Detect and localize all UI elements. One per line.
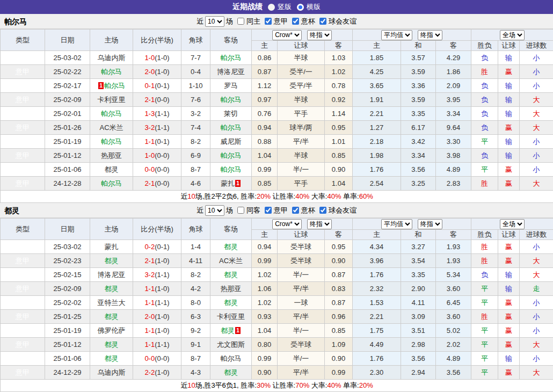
score-cell: 0-1(0-1) [133,79,181,93]
euro-home-odds-cell: 2.32 [353,282,401,296]
col-date: 日期 [45,219,90,240]
match-count-select[interactable]: 10 [205,205,224,216]
fulltime-select[interactable]: 全场 [500,30,525,40]
away-team-name: 帕尔马 [221,54,242,62]
handicap-cell: 平手 [278,177,325,191]
halftime-score: (0-1) [155,243,169,251]
away-team-name: 都灵 [224,299,238,307]
league-cell: 意甲 [1,240,45,254]
league-serie-a-checkbox[interactable] [265,207,272,214]
match-row: 意甲25-01-12热那亚1-0(0-0)6-9帕尔马1.04半球0.851.9… [1,149,553,163]
euro-away-odds-cell: 5.34 [436,268,471,282]
home-team-name: 亚特兰大 [98,299,126,307]
same-venue-checkbox[interactable] [237,207,244,214]
europe-final-odds-select[interactable]: 终指 [418,219,442,229]
average-odds-select[interactable]: 平均值 [381,30,412,40]
away-team-cell: 罗马 [210,79,252,93]
col-euro-away: 客 [436,230,471,240]
league-serie-a-checkbox[interactable] [265,18,272,25]
fulltime-select[interactable]: 全场 [500,219,525,229]
radio-horizontal-icon[interactable] [297,4,304,11]
league-cell: 意甲 [1,352,45,366]
league-cell: 意甲 [1,51,45,65]
asian-final-odds-select[interactable]: 终指 [307,219,332,229]
layout-radio-vertical[interactable]: 竖版 [268,2,292,12]
away-team-cell: 博洛尼亚 [210,65,252,79]
score-cell: 1-1(1-0) [133,282,181,296]
home-team-name: 蒙扎 [105,243,119,251]
league-cell: 意甲 [1,93,45,107]
matches-label: 场 [226,206,233,215]
summary-segment: 70% [295,381,309,389]
score-cell: 2-0(1-0) [133,65,181,79]
handicap-cell: 半/一 [278,324,325,338]
match-count-select[interactable]: 10 [205,16,224,27]
section-home-team: 帕尔马 近 10 场 同主 意甲 意杯 球会友谊 [0,14,553,203]
col-handicap-result: 让球 [498,230,520,240]
score-cell: 1-1(1-1) [133,296,181,310]
radio-vertical-icon[interactable] [268,4,275,11]
date-cell: 25-02-09 [45,282,90,296]
date-cell: 25-03-02 [45,240,90,254]
fulltime-score: 3-2 [144,271,155,279]
same-venue-checkbox[interactable] [237,18,244,25]
score-cell: 3-2(1-1) [133,121,181,135]
result-wdl-cell: 负 [471,79,498,93]
section-bar: 都灵 近 10 场 同客 意甲 意杯 球会友谊 [0,203,553,218]
handicap-cell: 半球 [278,93,325,107]
corner-cell: 9-2 [181,324,210,338]
result-wdl-cell: 胜 [471,65,498,79]
home-team-cell: 帕尔马 [90,177,133,191]
col-wdl: 胜负 [471,230,498,240]
bookmaker-select[interactable]: Crow* [272,30,302,40]
asian-final-odds-select[interactable]: 终指 [307,30,332,40]
league-cell: 意甲 [1,107,45,121]
summary-segment: 近 [180,192,187,200]
away-team-name: 热那亚 [221,285,242,293]
away-team-name: 帕尔马 [221,96,242,104]
handicap-cell: 半球 [278,149,325,163]
handicap-cell: 平/半 [278,135,325,149]
home-team-name: 都灵 [105,354,119,362]
bookmaker-select[interactable]: Crow* [272,219,302,229]
radio-horizontal-label[interactable]: 横版 [307,2,321,12]
corner-cell: 7-4 [181,121,210,135]
col-goals: 进球数 [520,41,553,51]
league-cell: 意甲 [1,121,45,135]
result-goals-cell: 小 [520,79,553,93]
layout-radio-horizontal[interactable]: 横版 [297,2,321,12]
league-coppa-checkbox[interactable] [292,18,299,25]
score-cell: 2-1(1-0) [133,254,181,268]
asian-away-odds-cell: 0.99 [325,366,353,380]
euro-draw-odds-cell: 3.35 [401,107,436,121]
away-team-cell: 热那亚 [210,282,252,296]
col-corner: 角球 [181,219,210,240]
result-goals-cell: 大 [520,93,553,107]
asian-away-odds-cell: 0.87 [325,296,353,310]
halftime-score: (1-0) [155,368,169,376]
home-team-name: 帕尔马 [101,137,122,146]
away-team-cell: 都灵 [210,240,252,254]
radio-vertical-label[interactable]: 竖版 [278,2,292,12]
match-row: 意甲25-01-19帕尔马1-1(0-1)8-2威尼斯0.88平/半1.012.… [1,135,553,149]
near-label: 近 [197,206,203,215]
match-row: 意甲25-02-01帕尔马1-3(1-1)3-2莱切0.76平手1.142.21… [1,107,553,121]
league-friendly-checkbox[interactable] [319,207,326,214]
score-cell: 0-0(0-0) [133,352,181,366]
summary-segment: 让胜率: [271,192,295,200]
euro-away-odds-cell: 3.60 [436,282,471,296]
corner-cell: 0-4 [181,65,210,79]
league-coppa-checkbox[interactable] [292,207,299,214]
away-team-cell: 帕尔马 [210,121,252,135]
same-venue-label: 同客 [246,206,260,215]
score-cell: 1-0(0-0) [133,149,181,163]
col-score: 比分(半场) [133,219,181,240]
asian-home-odds-cell: 0.80 [252,338,278,352]
europe-final-odds-select[interactable]: 终指 [418,30,442,40]
summary-segment: 30% [257,381,271,389]
result-handicap-cell: 输 [498,282,520,296]
halftime-score: (0-0) [155,165,169,173]
result-handicap-cell: 赢 [498,121,520,135]
average-odds-select[interactable]: 平均值 [381,219,412,229]
league-friendly-checkbox[interactable] [319,18,326,25]
